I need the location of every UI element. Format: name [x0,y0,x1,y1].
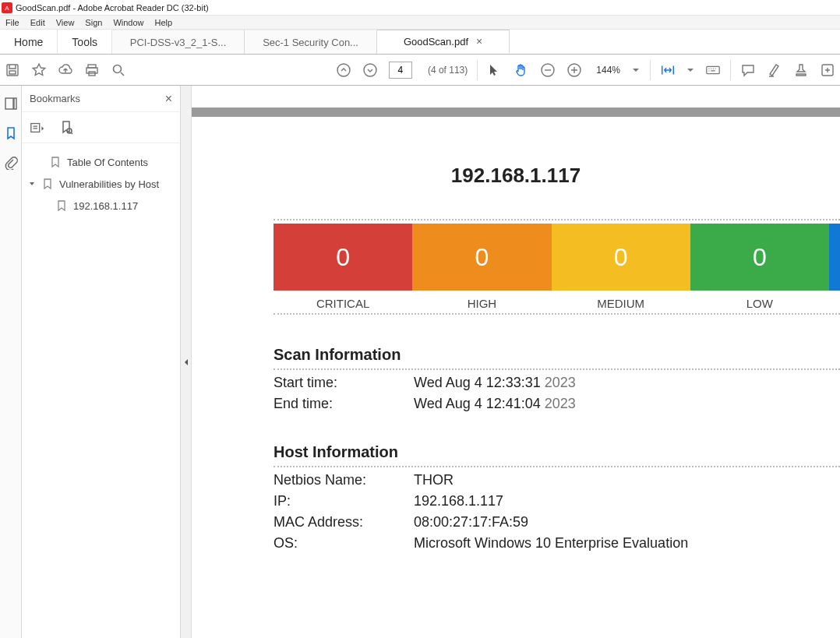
divider [274,313,840,315]
severity-cell: 0 [274,224,412,291]
info-key: Start time: [274,375,414,391]
window-titlebar: A GoodScan.pdf - Adobe Acrobat Reader DC… [0,0,840,16]
print-icon[interactable] [84,62,100,78]
zoom-value: 144% [596,65,620,76]
save-icon[interactable] [5,62,20,78]
severity-cell: 0 [412,224,551,291]
severity-label: HIGH [412,297,551,310]
divider [274,466,840,467]
tab-home[interactable]: Home [0,30,58,54]
page-count-label: (4 of 113) [428,65,468,76]
chevron-down-icon[interactable] [28,178,36,190]
page-number-input[interactable] [389,62,412,79]
toolbar-separator [650,60,651,80]
svg-rect-15 [14,98,16,109]
doc-tab-3[interactable]: GoodScan.pdf × [377,30,510,54]
severity-cell: 0 [552,224,690,291]
pointer-icon[interactable] [487,62,503,78]
stamp-icon[interactable] [793,62,809,78]
svg-rect-16 [31,123,40,132]
bookmark-item[interactable]: Vulnerabilities by Host [25,173,177,195]
bookmarks-sidebar: Bookmarks × Table Of Contents Vulnerabil… [22,86,181,638]
highlight-icon[interactable] [767,62,782,78]
info-key: End time: [274,396,414,412]
doc-tab-2[interactable]: Sec-1 Security Con... [245,30,377,54]
report-host-title: 192.168.1.117 [192,164,840,188]
collapse-sidebar-button[interactable] [181,86,192,638]
info-key: OS: [274,535,414,552]
bookmark-icon [42,178,53,189]
app-icon: A [2,2,12,13]
info-value: Wed Aug 4 12:33:31 2023 [414,375,576,391]
menu-file[interactable]: File [0,18,25,27]
info-value: Microsoft Windows 10 Enterprise Evaluati… [414,535,688,552]
severity-label: LOW [690,297,829,310]
bookmark-icon [56,200,67,211]
info-value: Wed Aug 4 12:41:04 2023 [414,396,576,412]
tab-tools[interactable]: Tools [58,30,112,54]
thumbnails-icon[interactable] [4,97,18,111]
toolbar-separator [477,60,478,80]
zoom-in-icon[interactable] [566,62,582,78]
toolbar-separator [730,60,731,80]
comment-icon[interactable] [740,62,756,78]
star-icon[interactable] [31,62,47,78]
doc-tab-1[interactable]: PCI-DSS-v3_2_1-S... [112,30,245,54]
info-value: 192.168.1.117 [414,493,503,509]
svg-point-9 [364,64,376,76]
severity-labels: CRITICALHIGHMEDIUMLOW [274,297,840,310]
sidebar-title: Bookmarks [30,93,80,104]
fit-width-icon[interactable] [660,62,676,78]
chevron-down-icon[interactable] [631,62,641,78]
severity-cell: 0 [690,224,829,291]
main-toolbar: (4 of 113) 144% [0,55,840,86]
page-down-icon[interactable] [362,62,378,78]
info-row: Netbios Name:THOR [274,472,840,488]
severity-cell-info [829,224,840,291]
options-menu-icon[interactable] [30,120,45,136]
hand-icon[interactable] [514,62,529,78]
bookmarks-icon[interactable] [4,126,18,140]
bookmark-item[interactable]: 192.168.1.117 [25,195,177,217]
info-key: MAC Address: [274,514,414,530]
severity-label: CRITICAL [274,297,412,310]
info-row: Start time:Wed Aug 4 12:33:31 2023 [274,375,840,391]
document-view[interactable]: 192.168.1.117 0000 CRITICALHIGHMEDIUMLOW… [192,86,840,638]
close-icon[interactable]: × [476,35,482,48]
menu-bar: File Edit View Sign Window Help [0,16,840,30]
search-icon[interactable] [111,62,126,78]
keyboard-icon[interactable] [705,62,721,78]
menu-edit[interactable]: Edit [25,18,51,27]
page-up-icon[interactable] [336,62,351,78]
info-row: End time:Wed Aug 4 12:41:04 2023 [274,396,840,412]
menu-help[interactable]: Help [150,18,178,27]
info-row: MAC Address:08:00:27:17:FA:59 [274,514,840,530]
bookmark-item[interactable]: Table Of Contents [25,151,177,173]
menu-sign[interactable]: Sign [79,18,108,27]
more-tools-icon[interactable] [820,62,835,78]
close-sidebar-icon[interactable]: × [165,92,172,106]
menu-view[interactable]: View [51,18,80,27]
bookmark-icon [50,157,61,167]
svg-rect-5 [86,68,97,73]
svg-text:A: A [5,5,9,12]
attachments-icon[interactable] [4,156,18,170]
chevron-down-icon[interactable] [686,62,694,78]
find-bookmark-icon[interactable] [59,120,75,136]
svg-rect-3 [9,71,16,74]
zoom-out-icon[interactable] [540,62,556,78]
info-row: OS:Microsoft Windows 10 Enterprise Evalu… [274,535,840,552]
divider [274,368,840,370]
info-value: 08:00:27:17:FA:59 [414,514,528,530]
svg-point-7 [114,65,122,72]
svg-rect-12 [707,66,719,73]
info-value: THOR [414,472,454,488]
severity-label: MEDIUM [552,297,690,310]
info-key: IP: [274,493,414,509]
page-divider [192,108,840,117]
cloud-upload-icon[interactable] [58,62,73,78]
tab-strip: Home Tools PCI-DSS-v3_2_1-S... Sec-1 Sec… [0,30,840,55]
info-key: Netbios Name: [274,472,414,488]
menu-window[interactable]: Window [108,18,149,27]
svg-rect-14 [5,98,13,109]
